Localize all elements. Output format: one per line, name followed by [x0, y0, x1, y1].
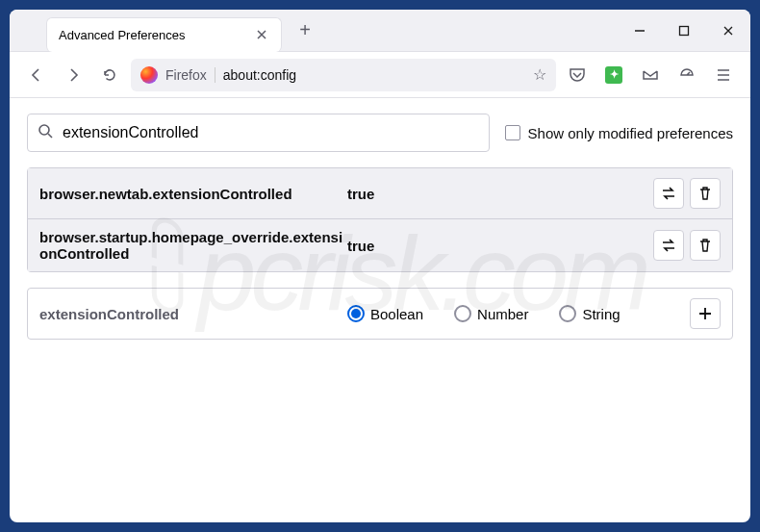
- radio-label: String: [582, 306, 620, 322]
- content-area: Show only modified preferences browser.n…: [10, 98, 750, 522]
- new-tab-button[interactable]: +: [290, 15, 320, 46]
- search-box[interactable]: [27, 114, 490, 152]
- close-tab-icon[interactable]: [254, 27, 269, 42]
- radio-label: Number: [477, 306, 528, 322]
- search-input[interactable]: [63, 124, 479, 141]
- dashboard-icon[interactable]: [671, 60, 702, 90]
- show-modified-checkbox[interactable]: Show only modified preferences: [505, 125, 733, 141]
- pocket-icon[interactable]: [562, 60, 593, 90]
- table-row[interactable]: browser.startup.homepage_override.extens…: [28, 219, 732, 271]
- new-pref-name: extensionControlled: [39, 306, 347, 322]
- url-bar[interactable]: Firefox about:config ☆: [131, 59, 556, 91]
- radio-number[interactable]: Number: [454, 305, 528, 322]
- checkbox-icon: [505, 125, 520, 140]
- reload-button[interactable]: [94, 60, 125, 90]
- new-pref-row: extensionControlled Boolean Number Strin…: [27, 288, 733, 340]
- bookmark-star-icon[interactable]: ☆: [533, 65, 546, 84]
- search-icon: [38, 123, 53, 142]
- pref-name: browser.newtab.extensionControlled: [39, 186, 347, 202]
- window-controls: [618, 10, 750, 52]
- url-text: about:config: [223, 67, 525, 83]
- svg-point-1: [39, 125, 49, 135]
- navigation-toolbar: Firefox about:config ☆ ✦: [10, 52, 750, 98]
- pref-value: true: [347, 186, 653, 202]
- radio-label: Boolean: [370, 306, 423, 322]
- svg-rect-0: [680, 26, 689, 35]
- checkbox-label: Show only modified preferences: [528, 125, 733, 141]
- delete-button[interactable]: [690, 178, 721, 209]
- pref-name: browser.startup.homepage_override.extens…: [39, 229, 347, 262]
- back-button[interactable]: [21, 60, 52, 90]
- menu-icon[interactable]: [708, 60, 739, 90]
- preferences-table: browser.newtab.extensionControlled true …: [27, 167, 733, 272]
- firefox-icon: [140, 66, 158, 84]
- type-radio-group: Boolean Number String: [347, 305, 690, 322]
- tab-title: Advanced Preferences: [59, 28, 246, 42]
- radio-icon: [347, 305, 365, 322]
- titlebar: Advanced Preferences +: [10, 10, 750, 52]
- toggle-button[interactable]: [653, 230, 684, 261]
- close-window-button[interactable]: [706, 10, 750, 52]
- extension-icon[interactable]: ✦: [598, 60, 629, 90]
- add-button[interactable]: [690, 298, 721, 329]
- forward-button[interactable]: [58, 60, 89, 90]
- table-row[interactable]: browser.newtab.extensionControlled true: [28, 168, 732, 219]
- maximize-button[interactable]: [662, 10, 706, 52]
- firefox-label: Firefox: [165, 67, 215, 83]
- radio-boolean[interactable]: Boolean: [347, 305, 423, 322]
- toggle-button[interactable]: [653, 178, 684, 209]
- radio-icon: [559, 305, 576, 322]
- delete-button[interactable]: [690, 230, 721, 261]
- browser-tab[interactable]: Advanced Preferences: [46, 17, 282, 52]
- minimize-button[interactable]: [618, 10, 662, 52]
- pref-value: true: [347, 238, 653, 254]
- radio-icon: [454, 305, 471, 322]
- inbox-icon[interactable]: [635, 60, 666, 90]
- radio-string[interactable]: String: [559, 305, 620, 322]
